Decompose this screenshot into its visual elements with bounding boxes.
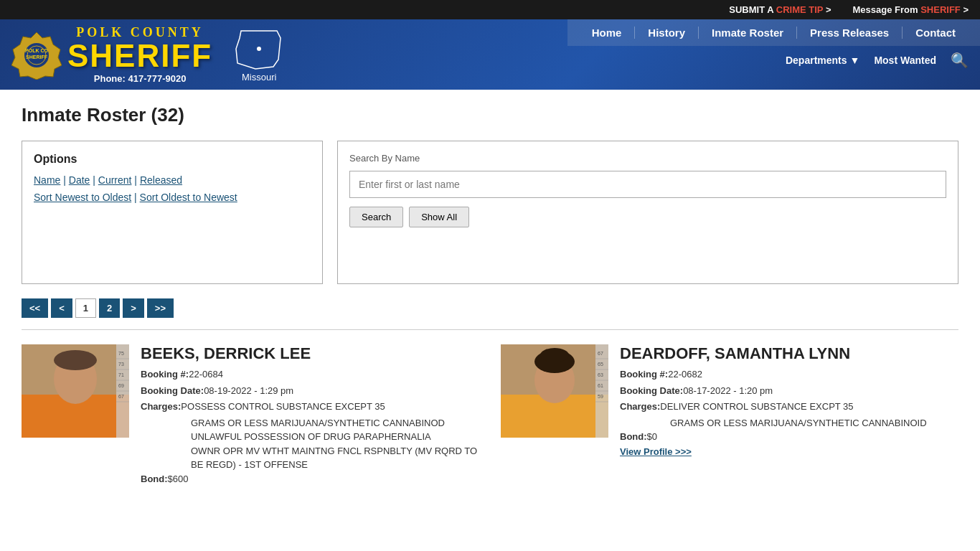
- inmate-card: 75 73 71 69 67 BEEKS, DERRICK LEE Bookin…: [22, 344, 479, 488]
- svg-text:75: 75: [118, 351, 124, 356]
- site-header: POLK CO SHERIFF POLK COUNTY SHERIFF Phon…: [0, 19, 980, 90]
- page-title: Inmate Roster (32): [22, 104, 958, 126]
- search-by-name-label: Search By Name: [349, 153, 946, 164]
- options-search-row: Options Name | Date | Current | Released…: [22, 141, 958, 284]
- svg-point-26: [540, 348, 569, 362]
- inmate-name: DEARDOFF, SAMANTHA LYNN: [620, 344, 958, 363]
- search-icon: 🔍: [951, 52, 969, 68]
- inmate-name: BEEKS, DERRICK LEE: [141, 344, 479, 363]
- inmate-photo-svg: 75 73 71 69 67: [22, 344, 129, 438]
- inmate-booking-number: Booking #:22-0682: [620, 367, 958, 382]
- svg-text:69: 69: [118, 383, 124, 388]
- most-wanted-link[interactable]: Most Wanted: [874, 55, 936, 66]
- filter-current[interactable]: Current: [98, 174, 132, 186]
- inmate-bond: Bond:$0: [620, 430, 958, 444]
- options-title: Options: [34, 153, 311, 166]
- inmate-photo-svg: 67 65 63 61 59: [501, 344, 608, 438]
- options-box: Options Name | Date | Current | Released…: [22, 141, 323, 284]
- svg-text:71: 71: [118, 372, 124, 377]
- logo-area: POLK CO SHERIFF POLK COUNTY SHERIFF Phon…: [11, 25, 212, 84]
- charge-indent-1: GRAMS OR LESS MARIJUANA/SYNTHETIC CANNAB…: [620, 416, 958, 430]
- message-from-sheriff[interactable]: Message From SHERIFF >: [852, 4, 969, 15]
- show-all-button[interactable]: Show All: [409, 207, 469, 227]
- inmate-divider: [22, 329, 958, 330]
- nav-home[interactable]: Home: [579, 27, 636, 39]
- chevron-down-icon: ▼: [850, 55, 860, 66]
- search-box: Search By Name Search Show All: [337, 141, 958, 284]
- departments-button[interactable]: Departments ▼: [786, 55, 859, 66]
- sheriff-text: SHERIFF: [67, 40, 212, 72]
- nav-contact[interactable]: Contact: [903, 27, 969, 39]
- sort-oldest[interactable]: Sort Oldest to Newest: [140, 192, 237, 203]
- inmate-photo: 75 73 71 69 67: [22, 344, 129, 438]
- filter-name[interactable]: Name: [34, 174, 60, 186]
- pagination-page1[interactable]: 1: [75, 298, 96, 318]
- submit-crime-tip[interactable]: SUBMIT A CRIME TIP >: [729, 4, 831, 15]
- svg-text:65: 65: [598, 362, 603, 367]
- pagination-next[interactable]: >: [123, 298, 144, 318]
- svg-text:67: 67: [118, 394, 124, 399]
- sort-links: Sort Newest to Oldest | Sort Oldest to N…: [34, 192, 311, 203]
- sort-newest[interactable]: Sort Newest to Oldest: [34, 192, 131, 203]
- svg-point-6: [257, 47, 261, 51]
- nav-history[interactable]: History: [635, 27, 699, 39]
- svg-text:63: 63: [598, 372, 603, 377]
- sheriff-badge-icon: POLK CO SHERIFF: [11, 29, 62, 80]
- inmate-info: DEARDOFF, SAMANTHA LYNN Booking #:22-068…: [620, 344, 958, 488]
- search-buttons: Search Show All: [349, 207, 946, 227]
- nav-press-releases[interactable]: Press Releases: [797, 27, 903, 39]
- missouri-map-icon: [234, 27, 284, 70]
- inmate-booking-date: Booking Date:08-19-2022 - 1:29 pm: [141, 384, 479, 398]
- nav-inmate-roster[interactable]: Inmate Roster: [699, 27, 797, 39]
- inmate-grid: 75 73 71 69 67 BEEKS, DERRICK LEE Bookin…: [22, 344, 958, 488]
- view-profile-link[interactable]: View Profile >>>: [620, 446, 958, 457]
- inmate-card: 67 65 63 61 59 DEARDOFF, SAMANTHA LYNN B…: [501, 344, 958, 488]
- svg-text:59: 59: [598, 394, 603, 399]
- map-area: Missouri: [234, 27, 284, 83]
- search-icon-button[interactable]: 🔍: [951, 52, 969, 69]
- phone-text: Phone: 417-777-9020: [94, 73, 187, 84]
- main-nav: Home History Inmate Roster Press Release…: [567, 19, 980, 46]
- inmate-bond: Bond:$600: [141, 472, 479, 486]
- charge-indent-2: UNLAWFUL POSSESSION OF DRUG PARAPHERNALI…: [141, 430, 479, 444]
- pagination-page2[interactable]: 2: [99, 298, 120, 318]
- header-nav: Home History Inmate Roster Press Release…: [567, 19, 980, 75]
- pagination-first[interactable]: <<: [22, 298, 48, 318]
- missouri-text: Missouri: [242, 72, 276, 83]
- sheriff-title: POLK COUNTY SHERIFF Phone: 417-777-9020: [67, 25, 212, 84]
- svg-text:61: 61: [598, 383, 603, 388]
- inmate-booking-date: Booking Date:08-17-2022 - 1:20 pm: [620, 384, 958, 398]
- inmate-photo: 67 65 63 61 59: [501, 344, 608, 438]
- search-name-input[interactable]: [349, 171, 946, 198]
- svg-point-10: [54, 350, 97, 370]
- pagination-prev[interactable]: <: [51, 298, 72, 318]
- page-content: Inmate Roster (32) Options Name | Date |…: [0, 90, 980, 502]
- charge-indent-3: OWNR OPR MV WTHT MAINTNG FNCL RSPNBLTY (…: [141, 444, 479, 472]
- svg-text:SHERIFF: SHERIFF: [26, 55, 48, 60]
- svg-text:73: 73: [118, 362, 124, 367]
- filter-date[interactable]: Date: [69, 174, 90, 186]
- search-button[interactable]: Search: [349, 207, 403, 227]
- top-bar: SUBMIT A CRIME TIP > Message From SHERIF…: [0, 0, 980, 19]
- inmate-info: BEEKS, DERRICK LEE Booking #:22-0684 Boo…: [141, 344, 479, 488]
- inmate-charges: Charges:DELIVER CONTROL SUBSTANCE EXCPT …: [620, 400, 958, 414]
- pagination: << < 1 2 > >>: [22, 298, 958, 318]
- inmate-booking-number: Booking #:22-0684: [141, 367, 479, 382]
- charge-indent-1: GRAMS OR LESS MARIJUANA/SYNTHETIC CANNAB…: [141, 416, 479, 430]
- sub-nav: Departments ▼ Most Wanted 🔍: [774, 46, 980, 75]
- inmate-charges: Charges:POSSESS CONTROL SUBSTANCE EXCEPT…: [141, 400, 479, 414]
- pagination-last[interactable]: >>: [147, 298, 174, 318]
- filter-released[interactable]: Released: [140, 174, 182, 186]
- svg-text:67: 67: [598, 351, 603, 356]
- filter-links: Name | Date | Current | Released: [34, 174, 311, 186]
